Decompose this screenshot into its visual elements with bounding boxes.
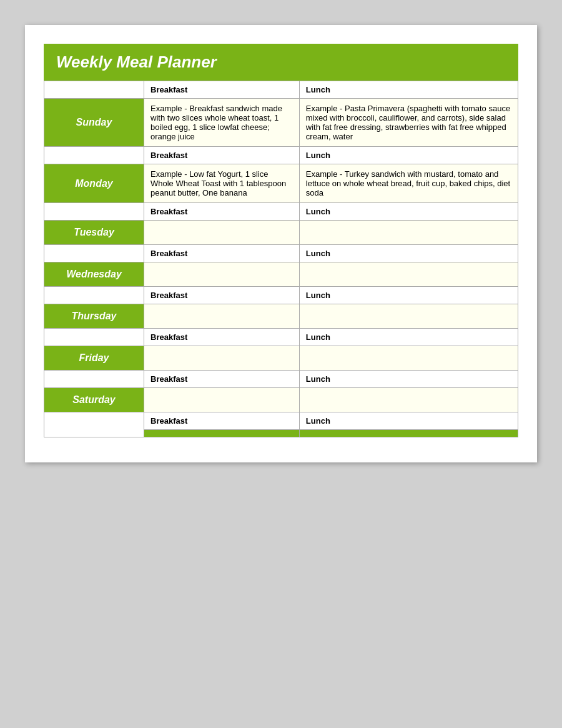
lunch-cell-saturday bbox=[299, 388, 518, 412]
last-lunch-header: Lunch bbox=[299, 412, 518, 430]
planner-table: BreakfastLunchSundayExample - Breakfast … bbox=[44, 81, 518, 437]
lunch-cell-thursday bbox=[299, 304, 518, 329]
day-cell-tuesday: Tuesday bbox=[44, 221, 144, 245]
meal-content-row: SundayExample - Breakfast sandwich made … bbox=[44, 99, 518, 147]
meal-header-row: BreakfastLunch bbox=[44, 147, 518, 164]
header-empty-cell bbox=[44, 245, 144, 262]
day-cell-saturday: Saturday bbox=[44, 388, 144, 412]
saturday-breakfast bbox=[144, 430, 300, 437]
header-empty-cell bbox=[44, 81, 144, 99]
day-cell-monday: Monday bbox=[44, 164, 144, 203]
day-cell-friday: Friday bbox=[44, 346, 144, 371]
breakfast-header: Breakfast bbox=[144, 147, 300, 164]
meal-content-row: Tuesday bbox=[44, 221, 518, 245]
header-empty-cell bbox=[44, 287, 144, 304]
header-empty-cell bbox=[44, 329, 144, 346]
meal-header-row: BreakfastLunch bbox=[44, 329, 518, 346]
lunch-header: Lunch bbox=[299, 371, 518, 388]
header-empty-cell bbox=[44, 371, 144, 388]
breakfast-header: Breakfast bbox=[144, 329, 300, 346]
lunch-cell-tuesday bbox=[299, 221, 518, 245]
meal-header-row: BreakfastLunch bbox=[44, 245, 518, 262]
day-cell-sunday: Sunday bbox=[44, 99, 144, 147]
lunch-cell-monday: Example - Turkey sandwich with mustard, … bbox=[299, 164, 518, 203]
page: Weekly Meal Planner BreakfastLunchSunday… bbox=[25, 25, 537, 462]
meal-header-row: BreakfastLunch bbox=[44, 287, 518, 304]
breakfast-header: Breakfast bbox=[144, 371, 300, 388]
meal-header-row: BreakfastLunch bbox=[44, 371, 518, 388]
breakfast-header: Breakfast bbox=[144, 203, 300, 221]
day-cell-wednesday: Wednesday bbox=[44, 262, 144, 287]
last-header-empty bbox=[44, 412, 144, 430]
page-title: Weekly Meal Planner bbox=[56, 52, 506, 72]
breakfast-header: Breakfast bbox=[144, 245, 300, 262]
breakfast-cell-saturday bbox=[144, 388, 300, 412]
meal-content-row: Wednesday bbox=[44, 262, 518, 287]
meal-header-row: BreakfastLunch bbox=[44, 203, 518, 221]
lunch-header: Lunch bbox=[299, 203, 518, 221]
last-header-row: BreakfastLunch bbox=[44, 412, 518, 430]
meal-content-row: Thursday bbox=[44, 304, 518, 329]
lunch-cell-sunday: Example - Pasta Primavera (spaghetti wit… bbox=[299, 99, 518, 147]
breakfast-cell-friday bbox=[144, 346, 300, 371]
breakfast-cell-tuesday bbox=[144, 221, 300, 245]
header-empty-cell bbox=[44, 203, 144, 221]
breakfast-cell-sunday: Example - Breakfast sandwich made with t… bbox=[144, 99, 300, 147]
lunch-header: Lunch bbox=[299, 245, 518, 262]
lunch-header: Lunch bbox=[299, 287, 518, 304]
lunch-header: Lunch bbox=[299, 81, 518, 99]
lunch-cell-friday bbox=[299, 346, 518, 371]
breakfast-cell-monday: Example - Low fat Yogurt, 1 slice Whole … bbox=[144, 164, 300, 203]
meal-content-row: Saturday bbox=[44, 388, 518, 412]
header-empty-cell bbox=[44, 147, 144, 164]
saturday-row bbox=[44, 430, 518, 437]
last-breakfast-header: Breakfast bbox=[144, 412, 300, 430]
meal-content-row: MondayExample - Low fat Yogurt, 1 slice … bbox=[44, 164, 518, 203]
day-cell-thursday: Thursday bbox=[44, 304, 144, 329]
page-header: Weekly Meal Planner bbox=[44, 44, 518, 81]
lunch-header: Lunch bbox=[299, 329, 518, 346]
breakfast-cell-thursday bbox=[144, 304, 300, 329]
lunch-header: Lunch bbox=[299, 147, 518, 164]
meal-header-row: BreakfastLunch bbox=[44, 81, 518, 99]
saturday-empty bbox=[44, 430, 144, 437]
lunch-cell-wednesday bbox=[299, 262, 518, 287]
breakfast-cell-wednesday bbox=[144, 262, 300, 287]
breakfast-header: Breakfast bbox=[144, 81, 300, 99]
meal-content-row: Friday bbox=[44, 346, 518, 371]
saturday-lunch bbox=[299, 430, 518, 437]
breakfast-header: Breakfast bbox=[144, 287, 300, 304]
